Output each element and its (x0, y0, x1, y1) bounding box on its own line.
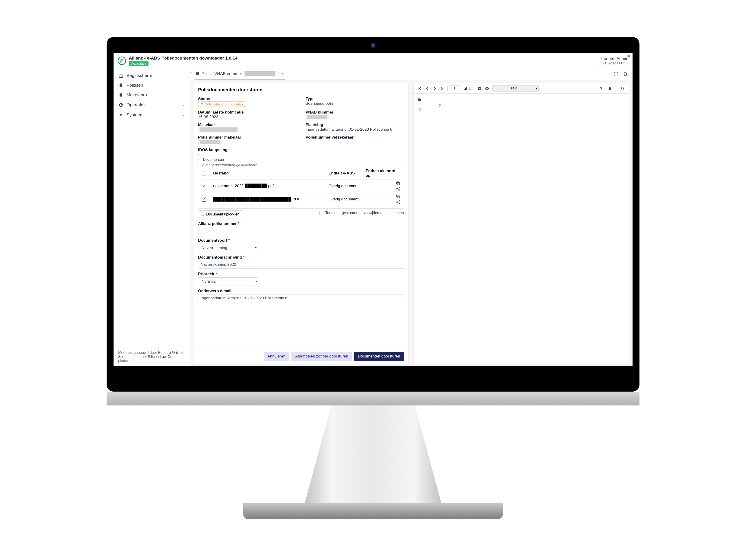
row-checkbox[interactable]: ✓ (202, 197, 206, 202)
hand-icon[interactable] (607, 85, 613, 92)
prev-page-icon[interactable] (424, 85, 430, 92)
type-value: Bestaande polis (306, 101, 404, 106)
close-icon[interactable]: ✕ (281, 72, 284, 76)
home-icon (119, 73, 123, 78)
annotations-icon[interactable] (417, 97, 422, 103)
expand-icon[interactable] (613, 71, 619, 77)
documents-selected-count: 2 van 2 documenten geselecteerd (202, 163, 400, 167)
polisverz-label: Polisnummer verzekeraar (306, 135, 404, 140)
monitor-chin (106, 392, 640, 405)
footer-link-silicon[interactable]: Silicon Low Code (148, 355, 177, 359)
doc-row: ✓ naver.aanh. 2022 ████████.pdf Overig d… (202, 180, 400, 193)
sidebar-item-polissen[interactable]: Polissen (114, 80, 190, 90)
search-icon[interactable] (620, 85, 626, 92)
select-all-checkbox[interactable] (202, 171, 206, 176)
entity-value: Overig document (328, 197, 363, 202)
forward-button[interactable]: Documenten doorsturen (354, 352, 404, 361)
show-removed-checkbox[interactable]: Toon doorgestuurde of verwijderde docume… (319, 211, 404, 215)
share-icon[interactable] (396, 200, 400, 204)
footer-text: met het (134, 355, 148, 359)
svg-rect-21 (418, 108, 419, 109)
document-icon (119, 83, 123, 87)
sidebar-item-makelaars[interactable]: Makelaars (114, 90, 190, 100)
svg-rect-0 (120, 84, 122, 87)
pdf-canvas[interactable]: x (425, 94, 629, 364)
polisnr-input[interactable] (198, 227, 258, 235)
prio-label: Prioriteit * (198, 272, 404, 276)
tabs-row: Polis - VNAB nummer ██████████ * ✕ (190, 68, 632, 80)
gear-icon (119, 113, 123, 117)
copy-icon[interactable] (396, 194, 400, 199)
upload-icon (201, 212, 205, 217)
app-title: Allianz - e-ABS Polisdocumenten download… (129, 56, 238, 61)
onderwerp-input[interactable] (198, 294, 404, 302)
zoom-select[interactable]: 89% (492, 85, 539, 92)
monitor-stand (304, 405, 443, 507)
plaatsing-label: Plaatsing (306, 123, 404, 127)
monitor-foot (243, 503, 503, 519)
panel-title: Polisdocumenten doorsturen (194, 83, 408, 95)
tab-label: Polis - VNAB nummer (202, 72, 242, 76)
idos-label: iDOS koppeling (198, 147, 296, 152)
col-akkoord: Entiteit akkoord op (366, 169, 400, 178)
sidebar-item-label: Polissen (126, 83, 143, 88)
date-notif-value: 16-08-2023 (198, 115, 296, 119)
docomschr-label: Documentomschrijving * (198, 255, 404, 260)
handle-without-button[interactable]: Afhandelen zonder doorsturen (291, 352, 352, 361)
sidebar-item-label: Beginscherm (126, 73, 152, 78)
share-icon[interactable] (396, 186, 400, 191)
docsoort-label: Documentsoort * (198, 238, 404, 243)
copy-icon[interactable] (396, 181, 400, 185)
svg-rect-5 (397, 183, 400, 185)
svg-rect-19 (487, 87, 487, 89)
sidebar-item-beginscherm[interactable]: Beginscherm (114, 71, 190, 80)
onderwerp-label: Onderwerp e-mail (198, 289, 404, 293)
page-input[interactable] (447, 85, 461, 91)
cancel-button[interactable]: Annuleren (264, 352, 289, 361)
svg-rect-16 (479, 88, 481, 89)
gauge-icon (119, 103, 123, 107)
sidebar-item-label: Systeem (126, 112, 144, 118)
row-checkbox[interactable]: ✓ (202, 184, 206, 188)
entity-value: Overig document (328, 184, 363, 188)
trash-icon[interactable] (622, 71, 628, 77)
vnab-label: VNAB nummer (306, 110, 404, 115)
chevron-down-icon: ⌄ (181, 112, 185, 118)
first-page-icon[interactable] (417, 85, 423, 92)
svg-point-20 (622, 87, 624, 89)
thumbnails-icon[interactable] (417, 106, 422, 113)
status-dot (627, 55, 630, 58)
zoom-in-icon[interactable] (484, 85, 490, 92)
briefcase-icon (196, 71, 200, 77)
splitter-handle[interactable]: ⋮ (409, 83, 411, 366)
tab-polis[interactable]: Polis - VNAB nummer ██████████ * ✕ (194, 69, 285, 79)
svg-point-13 (399, 200, 400, 201)
upload-button-label: Document uploaden (206, 212, 239, 216)
upload-button[interactable]: Document uploaden (198, 211, 242, 218)
documents-box: Documenten 2 van 2 documenten geselectee… (198, 160, 404, 208)
zoom-out-icon[interactable] (477, 85, 483, 92)
svg-point-9 (399, 189, 400, 190)
timestamp: 23-10-2023 08:52 (599, 61, 628, 65)
footer-text: Met trots gebouwd door (118, 351, 158, 355)
pointer-icon[interactable] (599, 85, 605, 92)
svg-rect-10 (397, 196, 400, 198)
last-page-icon[interactable] (439, 85, 445, 92)
sidebar-item-operaties[interactable]: Operaties ⌄ (114, 100, 190, 110)
vnab-value-redacted: ████████ (306, 115, 329, 119)
doc-row: ✓ ████████████████████████████.PDF Overi… (202, 193, 400, 206)
brand-logo (118, 57, 126, 65)
polismak-label: Polisnummer makelaar (198, 135, 296, 140)
polisverz-value: - (306, 140, 404, 144)
user-name: Fenêtre Admin (599, 56, 628, 61)
pdf-toolbar: of 1 89% (413, 83, 629, 94)
polisnr-label: Allianz polisnummer * (198, 221, 404, 226)
docsoort-select[interactable]: Naverrekening (198, 244, 258, 252)
prio-select[interactable]: Normaal (198, 277, 258, 285)
status-badge: ⚑ Notificatie af te handelen (198, 101, 245, 107)
polismak-value-redacted: ████████ (198, 140, 222, 144)
docomschr-input[interactable] (198, 261, 404, 268)
next-page-icon[interactable] (432, 85, 438, 92)
sidebar-collapse-button[interactable]: ‹ (188, 67, 192, 76)
sidebar-item-systeem[interactable]: Systeem ⌄ (114, 110, 190, 120)
